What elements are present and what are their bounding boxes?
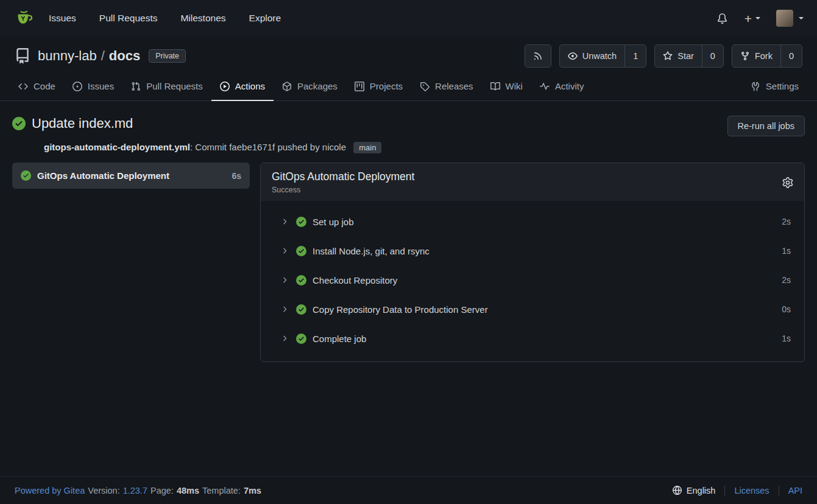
- language-selector[interactable]: English: [673, 486, 725, 495]
- notifications-bell-icon[interactable]: [717, 13, 727, 24]
- globe-icon: [673, 486, 682, 495]
- tab-issues[interactable]: Issues: [64, 73, 122, 101]
- tab-label: Activity: [555, 81, 584, 91]
- nav-item-pull-requests[interactable]: Pull Requests: [99, 8, 158, 29]
- tab-label: Settings: [766, 81, 799, 91]
- tab-pull-requests[interactable]: Pull Requests: [122, 73, 211, 101]
- tab-settings[interactable]: Settings: [742, 73, 807, 101]
- job-detail-title: GitOps Automatic Deployment: [272, 170, 782, 183]
- avatar[interactable]: [776, 10, 793, 27]
- footer-info: Powered by Gitea Version: 1.23.7 Page: 4…: [15, 486, 261, 495]
- page-time-label: Page:: [150, 486, 174, 495]
- user-menu[interactable]: [776, 10, 804, 27]
- template-time-value: 7ms: [244, 486, 261, 495]
- repo-title: bunny-lab / docs: [38, 48, 140, 64]
- rss-button[interactable]: [525, 45, 551, 67]
- tab-label: Actions: [235, 81, 265, 91]
- tab-label: Pull Requests: [146, 81, 203, 91]
- nav-item-milestones[interactable]: Milestones: [180, 8, 225, 29]
- unwatch-button[interactable]: Unwatch: [560, 45, 624, 67]
- watchers-count[interactable]: 1: [624, 45, 646, 67]
- run-header: Update index.md Re-run all jobs: [12, 116, 805, 136]
- chevron-down-icon: [755, 17, 760, 19]
- workflow-file-link[interactable]: gitops-automatic-deployment.yml: [44, 142, 190, 152]
- tab-actions[interactable]: Actions: [211, 73, 274, 101]
- fork-button[interactable]: Fork: [732, 45, 780, 67]
- actions-run-page: Update index.md Re-run all jobs gitops-a…: [0, 101, 817, 476]
- forks-count[interactable]: 0: [780, 45, 802, 67]
- api-link[interactable]: API: [779, 486, 802, 495]
- powered-by-gitea-link[interactable]: Powered by Gitea: [15, 486, 85, 495]
- chevron-down-icon: [799, 17, 804, 19]
- chevron-right-icon: [280, 276, 289, 284]
- repo-tabs: Code Issues Pull Requests Actions Packag…: [0, 73, 817, 101]
- pulse-icon: [540, 82, 550, 91]
- branch-badge[interactable]: main: [353, 142, 381, 153]
- step-row[interactable]: Complete job 1s: [261, 324, 804, 353]
- tab-packages[interactable]: Packages: [274, 73, 346, 101]
- step-duration: 0s: [782, 304, 791, 314]
- unwatch-label: Unwatch: [582, 51, 617, 61]
- project-board-icon: [355, 82, 364, 91]
- stars-count[interactable]: 0: [702, 45, 723, 67]
- eye-icon: [568, 51, 578, 61]
- chevron-right-icon: [280, 305, 289, 313]
- job-list-item-selected[interactable]: GitOps Automatic Deployment 6s: [12, 163, 250, 189]
- repo-owner-link[interactable]: bunny-lab: [38, 48, 97, 64]
- nav-item-explore[interactable]: Explore: [249, 8, 281, 29]
- step-name: Install Node.js, git, and rsync: [313, 246, 782, 256]
- rerun-all-jobs-button[interactable]: Re-run all jobs: [727, 116, 805, 136]
- job-detail-panel: GitOps Automatic Deployment Success Set …: [260, 163, 805, 362]
- job-duration: 6s: [232, 171, 241, 181]
- top-navbar: Issues Pull Requests Milestones Explore …: [0, 0, 817, 37]
- step-duration: 2s: [782, 275, 791, 285]
- run-title: Update index.md: [32, 116, 133, 131]
- nav-item-issues[interactable]: Issues: [49, 8, 76, 29]
- job-options-gear-icon[interactable]: [782, 177, 793, 188]
- language-label: English: [687, 486, 716, 495]
- run-subtitle: gitops-automatic-deployment.yml: Commit …: [44, 142, 805, 152]
- step-row[interactable]: Install Node.js, git, and rsync 1s: [261, 236, 804, 265]
- issue-icon: [73, 82, 82, 91]
- chevron-right-icon: [280, 247, 289, 255]
- gitea-teacup-icon: [14, 9, 34, 28]
- step-success-check-icon: [296, 217, 306, 227]
- gitea-logo[interactable]: [13, 8, 34, 29]
- tab-wiki[interactable]: Wiki: [482, 73, 531, 101]
- repo-title-separator: /: [101, 48, 105, 64]
- navbar-right: +: [717, 10, 804, 27]
- commit-text: : Commit faebe1671f pushed by nicole: [190, 142, 346, 152]
- primary-nav: Issues Pull Requests Milestones Explore: [49, 8, 304, 29]
- job-list: GitOps Automatic Deployment 6s: [12, 163, 250, 189]
- star-button[interactable]: Star: [655, 45, 702, 67]
- package-icon: [282, 82, 292, 91]
- template-time-label: Template:: [202, 486, 241, 495]
- step-success-check-icon: [296, 304, 306, 315]
- tab-code[interactable]: Code: [10, 73, 64, 101]
- step-row[interactable]: Set up job 2s: [261, 207, 804, 236]
- rss-icon: [533, 51, 543, 61]
- fork-button-group: Fork 0: [732, 44, 802, 68]
- run-success-check-icon: [12, 117, 26, 130]
- repo-name-link[interactable]: docs: [109, 48, 140, 64]
- job-detail-header: GitOps Automatic Deployment Success: [261, 163, 804, 201]
- footer: Powered by Gitea Version: 1.23.7 Page: 4…: [0, 476, 817, 504]
- version-link[interactable]: 1.23.7: [123, 486, 147, 495]
- tab-releases[interactable]: Releases: [411, 73, 482, 101]
- plus-icon: +: [744, 12, 752, 25]
- create-new-menu[interactable]: +: [744, 12, 760, 25]
- version-label: Version:: [88, 486, 119, 495]
- tab-activity[interactable]: Activity: [531, 73, 593, 101]
- step-row[interactable]: Copy Repository Data to Production Serve…: [261, 295, 804, 324]
- tab-label: Code: [34, 81, 55, 91]
- job-name: GitOps Automatic Deployment: [37, 170, 225, 181]
- licenses-link[interactable]: Licenses: [725, 486, 778, 495]
- step-success-check-icon: [296, 246, 306, 256]
- play-circle-icon: [220, 82, 230, 91]
- tab-label: Projects: [370, 81, 403, 91]
- step-row[interactable]: Checkout Repository 2s: [261, 265, 804, 295]
- tab-projects[interactable]: Projects: [346, 73, 411, 101]
- step-success-check-icon: [296, 334, 306, 344]
- step-duration: 1s: [782, 246, 791, 256]
- tab-label: Wiki: [506, 81, 523, 91]
